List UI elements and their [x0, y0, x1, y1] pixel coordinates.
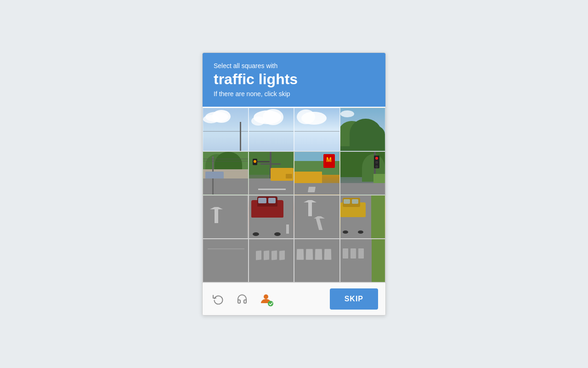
grid-cell-r4c3[interactable]	[294, 239, 340, 282]
grid-cell-r2c2[interactable]	[249, 151, 294, 195]
grid-cell-r1c3[interactable]	[294, 108, 340, 151]
captcha-footer: SKIP	[203, 282, 385, 315]
select-instruction: Select all squares with	[214, 62, 374, 69]
grid-cell-r3c3[interactable]	[294, 195, 340, 239]
grid-cell-r2c4[interactable]	[340, 151, 386, 195]
grid-cell-r3c4[interactable]	[340, 195, 386, 239]
audio-button[interactable]	[234, 291, 250, 307]
svg-point-0	[264, 294, 268, 299]
grid-cell-r2c1[interactable]	[203, 151, 249, 195]
skip-instruction: If there are none, click skip	[214, 90, 374, 98]
image-grid: M	[203, 107, 385, 282]
headphones-icon	[237, 293, 248, 305]
checkmark-badge	[268, 301, 273, 306]
grid-cell-r3c2[interactable]	[249, 195, 294, 239]
grid-cell-r4c1[interactable]	[203, 239, 249, 282]
captcha-header: Select all squares with traffic lights I…	[203, 53, 385, 107]
refresh-icon	[213, 293, 224, 305]
refresh-button[interactable]	[210, 291, 226, 307]
grid-cell-r2c3[interactable]: M	[294, 151, 340, 195]
captcha-subject: traffic lights	[214, 71, 374, 87]
grid-cell-r3c1[interactable]	[203, 195, 249, 239]
grid-cell-r4c2[interactable]	[249, 239, 294, 282]
grid-cell-r4c4[interactable]	[340, 239, 386, 282]
captcha-widget: Select all squares with traffic lights I…	[202, 52, 386, 316]
grid-cell-r1c1[interactable]	[203, 108, 249, 151]
skip-button[interactable]: SKIP	[330, 288, 378, 310]
grid-cell-r1c4[interactable]	[340, 108, 386, 151]
user-verified-button[interactable]	[258, 291, 274, 307]
footer-icons	[210, 291, 274, 307]
grid-cell-r1c2[interactable]	[249, 108, 294, 151]
